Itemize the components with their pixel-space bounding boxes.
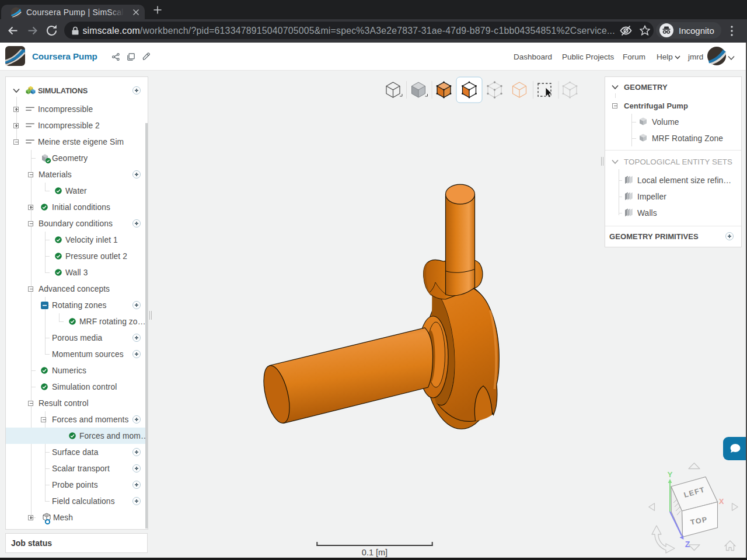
svg-text:X: X xyxy=(719,497,724,506)
svg-text:Y: Y xyxy=(667,470,672,479)
svg-text:Z: Z xyxy=(685,540,690,549)
svg-text:0.1 [m]: 0.1 [m] xyxy=(362,548,388,557)
